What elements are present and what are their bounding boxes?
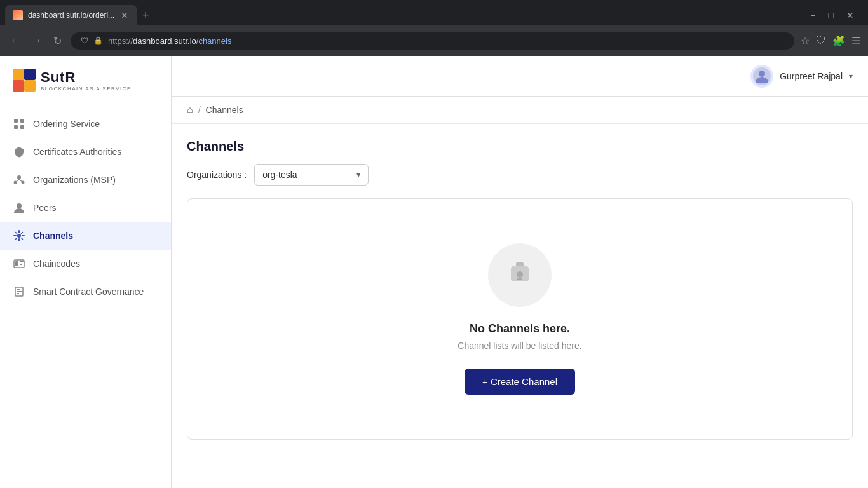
empty-state-icon: [505, 257, 535, 294]
page-body: Channels Organizations : org-tesla org-s…: [172, 124, 868, 488]
app-layout: SutR BLOCKCHAIN AS A SERVICE Ordering Se…: [0, 56, 868, 488]
sidebar-item-smart-contract-governance[interactable]: Smart Contract Governance: [0, 278, 171, 306]
browser-chrome: dashboard.sutr.io/orderi... ✕ + − □ ✕ ← …: [0, 0, 868, 56]
user-dropdown-chevron: ▾: [849, 72, 853, 81]
create-btn-label: + Create Channel: [482, 376, 557, 387]
sidebar-item-ordering-service[interactable]: Ordering Service: [0, 110, 171, 138]
org-select-wrapper: org-tesla org-spacex org-apple ▼: [254, 164, 369, 186]
logo-tagline: BLOCKCHAIN AS A SERVICE: [41, 86, 132, 92]
top-header: Gurpreet Rajpal ▾: [172, 56, 868, 97]
sidebar-label-smart-contract-governance: Smart Contract Governance: [33, 287, 144, 297]
logo-name: SutR: [41, 69, 132, 86]
certificates-icon: [13, 146, 25, 158]
svg-rect-21: [17, 291, 22, 292]
sidebar: SutR BLOCKCHAIN AS A SERVICE Ordering Se…: [0, 56, 172, 488]
org-label: Organizations :: [187, 170, 247, 180]
tab-title: dashboard.sutr.io/orderi...: [28, 11, 114, 20]
url-bar[interactable]: 🛡 🔒 https://dashboard.sutr.io/channels: [71, 32, 794, 50]
refresh-button[interactable]: ↻: [51, 32, 64, 50]
empty-state-subtitle: Channel lists will be listed here.: [458, 341, 581, 351]
svg-rect-2: [13, 69, 24, 80]
tab-bar: dashboard.sutr.io/orderi... ✕ + − □ ✕: [0, 0, 868, 25]
sidebar-label-channels: Channels: [33, 231, 73, 241]
menu-icon[interactable]: ☰: [851, 35, 860, 47]
sidebar-item-channels[interactable]: Channels: [0, 222, 171, 250]
breadcrumb: ⌂ / Channels: [172, 97, 868, 124]
svg-rect-7: [20, 125, 24, 129]
extensions-icon[interactable]: 🧩: [832, 35, 845, 47]
window-controls: − □ ✕: [806, 9, 863, 22]
chaincodes-icon: [13, 257, 25, 270]
sidebar-nav: Ordering Service Certificates Authoritie…: [0, 102, 171, 488]
sidebar-item-certificates-authorities[interactable]: Certificates Authorities: [0, 138, 171, 166]
window-restore-button[interactable]: □: [825, 9, 837, 22]
svg-point-8: [17, 175, 21, 179]
url-path: /channels: [196, 36, 232, 46]
organizations-icon: [13, 173, 25, 186]
sidebar-label-ordering-service: Ordering Service: [33, 119, 100, 129]
sidebar-item-organizations-msp[interactable]: Organizations (MSP): [0, 166, 171, 194]
svg-rect-6: [14, 125, 18, 129]
window-min-button[interactable]: −: [806, 9, 819, 22]
svg-rect-0: [13, 80, 24, 92]
sidebar-item-chaincodes[interactable]: Chaincodes: [0, 250, 171, 278]
sidebar-logo: SutR BLOCKCHAIN AS A SERVICE: [0, 56, 171, 102]
svg-rect-16: [15, 261, 18, 266]
page-title: Channels: [187, 139, 853, 154]
shield-icon[interactable]: 🛡: [816, 35, 826, 46]
empty-state-title: No Channels here.: [470, 322, 570, 336]
user-info[interactable]: Gurpreet Rajpal ▾: [750, 65, 853, 88]
url-domain: dashboard.sutr.io: [133, 36, 196, 46]
forward-button[interactable]: →: [29, 32, 44, 49]
empty-state-card: No Channels here. Channel lists will be …: [187, 198, 853, 440]
tab-favicon: [13, 10, 23, 20]
back-button[interactable]: ←: [8, 32, 23, 49]
svg-point-27: [517, 271, 523, 278]
peers-icon: [13, 201, 25, 214]
address-bar: ← → ↻ 🛡 🔒 https://dashboard.sutr.io/chan…: [0, 25, 868, 56]
svg-point-13: [17, 203, 22, 208]
svg-point-24: [759, 71, 765, 77]
sidebar-item-peers[interactable]: Peers: [0, 194, 171, 222]
breadcrumb-home-icon[interactable]: ⌂: [187, 104, 193, 116]
svg-rect-1: [24, 80, 36, 92]
svg-rect-26: [516, 262, 524, 266]
bookmark-icon[interactable]: ☆: [801, 35, 810, 47]
svg-rect-3: [24, 69, 36, 80]
user-name: Gurpreet Rajpal: [780, 71, 843, 81]
org-selector-row: Organizations : org-tesla org-spacex org…: [187, 164, 853, 186]
user-avatar: [750, 65, 773, 88]
tab-close-button[interactable]: ✕: [119, 10, 130, 20]
svg-line-12: [19, 179, 23, 182]
svg-rect-17: [20, 261, 24, 262]
sidebar-label-certificates-authorities: Certificates Authorities: [33, 147, 121, 157]
empty-icon-circle: [488, 243, 552, 307]
smart-contract-icon: [13, 285, 25, 298]
new-tab-button[interactable]: +: [137, 6, 154, 25]
security-shield-icon: 🛡: [81, 36, 88, 45]
org-select[interactable]: org-tesla org-spacex org-apple: [254, 164, 369, 186]
sutr-logo-icon: [13, 69, 36, 92]
svg-rect-22: [17, 293, 19, 294]
sidebar-label-organizations-msp: Organizations (MSP): [33, 175, 116, 185]
url-text: https://dashboard.sutr.io/channels: [108, 36, 231, 46]
create-channel-button[interactable]: + Create Channel: [465, 369, 575, 395]
svg-point-14: [17, 234, 21, 238]
svg-line-11: [15, 179, 19, 182]
lock-icon: 🔒: [93, 36, 103, 45]
svg-rect-18: [20, 264, 22, 265]
sidebar-label-chaincodes: Chaincodes: [33, 259, 80, 269]
ordering-service-icon: [13, 118, 25, 130]
svg-rect-4: [14, 119, 18, 123]
sidebar-label-peers: Peers: [33, 203, 57, 213]
svg-rect-28: [517, 278, 522, 280]
url-protocol: https://: [108, 36, 133, 46]
breadcrumb-current-page: Channels: [206, 105, 243, 115]
channels-icon: [13, 229, 25, 242]
breadcrumb-separator: /: [198, 105, 201, 115]
logo-text: SutR BLOCKCHAIN AS A SERVICE: [41, 69, 132, 92]
window-close-button[interactable]: ✕: [843, 9, 858, 22]
svg-rect-20: [17, 289, 20, 290]
active-tab[interactable]: dashboard.sutr.io/orderi... ✕: [5, 5, 137, 25]
svg-rect-5: [20, 119, 24, 123]
